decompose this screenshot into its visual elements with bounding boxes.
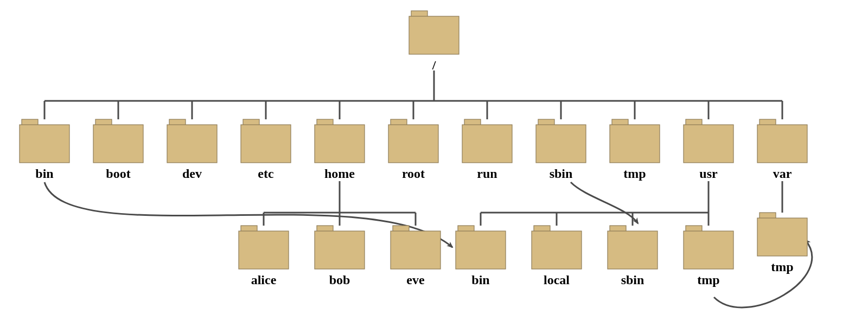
svg-rect-60 <box>608 231 658 269</box>
svg-rect-42 <box>536 125 586 163</box>
folder-home-eve: eve <box>391 226 441 287</box>
filesystem-tree-diagram: /binbootdevetchomerootrunsbintmpusrvaral… <box>0 0 868 333</box>
folder-tmp: tmp <box>610 119 660 181</box>
svg-rect-34 <box>241 125 291 163</box>
folder-var-tmp-label: tmp <box>771 260 793 274</box>
folder-boot: boot <box>93 119 143 181</box>
folder-usr-tmp: tmp <box>684 226 733 287</box>
folder-usr: usr <box>684 119 733 181</box>
svg-rect-32 <box>167 125 217 163</box>
folder-home-bob: bob <box>315 226 365 287</box>
svg-rect-64 <box>757 218 807 256</box>
folder-dev: dev <box>167 119 217 181</box>
svg-rect-38 <box>388 125 438 163</box>
svg-rect-36 <box>315 125 365 163</box>
folder-home-label: home <box>324 166 355 181</box>
folder-usr-local: local <box>532 226 582 287</box>
folder-root-label: root <box>402 166 425 181</box>
folder-usr-local-label: local <box>544 273 570 287</box>
folder-etc: etc <box>241 119 291 181</box>
folder-root-label: / <box>432 58 436 72</box>
folder-sbin-label: sbin <box>550 166 573 181</box>
folder-bin-label: bin <box>35 166 53 181</box>
folder-tmp-label: tmp <box>623 166 646 181</box>
folder-sbin: sbin <box>536 119 586 181</box>
folder-var-tmp: tmp <box>757 213 807 274</box>
folder-home: home <box>315 119 365 181</box>
folder-usr-sbin-label: sbin <box>621 273 644 287</box>
folder-dev-label: dev <box>182 166 202 181</box>
folder-var-label: var <box>773 166 792 181</box>
svg-rect-26 <box>409 16 459 54</box>
folder-home-alice: alice <box>239 226 289 287</box>
svg-rect-52 <box>315 231 365 269</box>
folder-run: run <box>462 119 512 181</box>
folder-home-alice-label: alice <box>251 273 277 287</box>
svg-rect-40 <box>462 125 512 163</box>
folder-usr-tmp-label: tmp <box>697 273 719 287</box>
svg-rect-62 <box>684 231 733 269</box>
folder-bin: bin <box>20 119 69 181</box>
folder-usr-label: usr <box>699 166 718 181</box>
folder-home-eve-label: eve <box>406 273 425 287</box>
folder-etc-label: etc <box>258 166 274 181</box>
svg-rect-28 <box>20 125 69 163</box>
symlink-sbin-to-usr-sbin <box>571 182 638 223</box>
svg-rect-58 <box>532 231 582 269</box>
folder-root: root <box>388 119 438 181</box>
svg-rect-44 <box>610 125 660 163</box>
folder-boot-label: boot <box>106 166 130 181</box>
folder-home-bob-label: bob <box>329 273 350 287</box>
folder-root: / <box>409 11 459 72</box>
folder-run-label: run <box>477 166 497 181</box>
svg-rect-48 <box>757 125 807 163</box>
folder-usr-bin: bin <box>456 226 506 287</box>
svg-rect-30 <box>93 125 143 163</box>
svg-rect-50 <box>239 231 289 269</box>
svg-rect-56 <box>456 231 506 269</box>
svg-rect-54 <box>391 231 441 269</box>
folder-var: var <box>757 119 807 181</box>
folder-usr-bin-label: bin <box>471 273 489 287</box>
svg-rect-46 <box>684 125 733 163</box>
folder-usr-sbin: sbin <box>608 226 658 287</box>
